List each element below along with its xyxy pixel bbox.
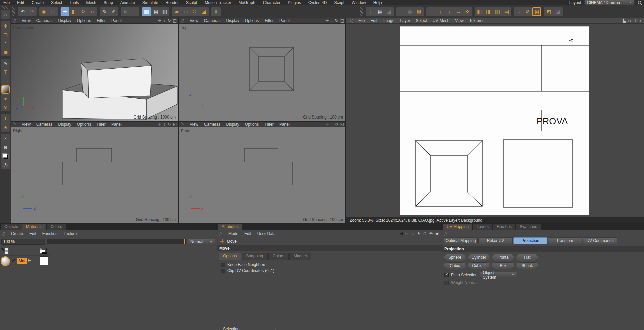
viewport-right[interactable]: ViewCamerasDisplayOptionsFilterPanel ✛↕↻… xyxy=(11,122,178,223)
menu-item[interactable]: Simulate xyxy=(142,0,158,5)
viewport-menu-item[interactable]: Display xyxy=(226,122,239,127)
uv-dots-icon[interactable]: ∷ xyxy=(397,7,405,16)
undo-icon[interactable]: ↶ xyxy=(18,7,27,16)
layer-brush-icon[interactable] xyxy=(1,247,10,256)
viewport-menu-item[interactable]: View xyxy=(190,18,198,23)
panel-tab[interactable]: Attributes xyxy=(218,224,242,230)
panel-tab[interactable]: UV Mapping xyxy=(443,224,472,230)
uv-fit-height-icon[interactable]: ↕ xyxy=(445,7,454,16)
uv-point-mode-icon[interactable]: ▦ xyxy=(151,7,160,16)
coord-system-dropdown[interactable]: Object System xyxy=(480,272,517,278)
tool-tab[interactable]: Snapping xyxy=(242,253,268,260)
texture-menu-item[interactable]: Textures xyxy=(469,18,484,23)
uv-pin-icon[interactable]: ◩ xyxy=(544,7,553,16)
point-mode-icon[interactable]: ∷ xyxy=(190,7,199,16)
drag-handle[interactable] xyxy=(219,232,222,236)
viewport-menu-item[interactable]: Filter xyxy=(265,18,274,23)
pan-icon[interactable]: ✛ xyxy=(158,122,162,127)
color-swatches-icon[interactable] xyxy=(1,152,10,160)
drag-handle[interactable] xyxy=(181,122,184,126)
dolly-icon[interactable]: ↕ xyxy=(331,18,333,23)
eyedropper-icon[interactable]: ∕ xyxy=(1,134,10,143)
drag-handle[interactable] xyxy=(2,232,5,236)
uv-expand-icon[interactable]: ↔ xyxy=(454,7,463,16)
drag-handle[interactable] xyxy=(13,122,16,126)
pan-icon[interactable]: ✛ xyxy=(326,18,329,23)
viewport-menu-item[interactable]: Display xyxy=(58,122,71,127)
uv-mode-button[interactable]: Optimal Mapping xyxy=(444,237,478,244)
dolly-icon[interactable]: ↕ xyxy=(331,122,333,127)
drag-handle[interactable] xyxy=(444,232,447,236)
new-panel-icon[interactable]: ⊞ xyxy=(435,231,439,236)
attributes-menu-item[interactable]: User Data xyxy=(257,231,276,236)
pan-icon[interactable]: ✛ xyxy=(158,18,162,23)
uv-align-down-icon[interactable]: ↓ xyxy=(436,7,445,16)
panel-tab[interactable]: Layers xyxy=(473,224,492,230)
orbit-icon[interactable]: ↻ xyxy=(335,122,338,127)
texture-mode-icon[interactable]: ⌗ xyxy=(212,7,220,16)
blur-drop-icon[interactable]: ● xyxy=(1,94,10,102)
edge-mode-icon[interactable]: ▱ xyxy=(181,7,190,16)
texture-menu-item[interactable]: Select xyxy=(416,18,427,23)
orbit-icon[interactable]: ↻ xyxy=(335,18,338,23)
menu-item[interactable]: Create xyxy=(32,0,44,5)
viewport-menu-item[interactable]: Panel xyxy=(111,122,122,127)
viewport-menu-item[interactable]: Filter xyxy=(265,122,274,127)
toolbar-drag-handle[interactable] xyxy=(360,7,363,16)
move-layer-icon[interactable]: ✚ xyxy=(1,21,10,30)
material-name[interactable]: Mat xyxy=(17,258,27,264)
menu-item[interactable]: Edit xyxy=(17,0,24,5)
histogram-icon[interactable]: ▙ xyxy=(623,19,626,23)
section-header[interactable]: Move xyxy=(217,245,442,251)
materials-menu-item[interactable]: Texture xyxy=(64,231,77,236)
menu-item[interactable]: Animate xyxy=(120,0,135,5)
drag-handle[interactable] xyxy=(181,19,184,23)
uv-columns-icon[interactable]: ▥ xyxy=(493,7,502,16)
scale-tool-icon[interactable]: ◧ xyxy=(70,7,78,16)
viewport-menu-item[interactable]: Options xyxy=(245,18,259,23)
uv-rows-icon[interactable]: ▤ xyxy=(502,7,511,16)
panel-tab[interactable]: Materials xyxy=(22,224,46,230)
viewport-perspective[interactable]: ViewCamerasDisplayOptionsFilterPanel ✛↕↻… xyxy=(11,18,178,121)
menu-item[interactable]: Help xyxy=(373,0,382,5)
section-header[interactable]: Projection xyxy=(442,246,644,252)
menu-item[interactable]: Plugins xyxy=(288,0,301,5)
viewport-menu-item[interactable]: Display xyxy=(58,18,71,23)
attributes-menu-item[interactable]: Edit xyxy=(244,231,251,236)
scale-icon[interactable]: ↕ xyxy=(639,19,641,23)
model-mode-icon[interactable]: ◪ xyxy=(199,7,208,16)
tool-tab[interactable]: Colors xyxy=(268,253,289,260)
uv-release-icon[interactable]: ◪ xyxy=(385,7,393,16)
zoom-tool-icon[interactable]: ⊕ xyxy=(1,143,10,151)
text-tool-icon[interactable]: T xyxy=(1,114,10,123)
menu-item[interactable]: Window xyxy=(352,0,366,5)
blend-mode-dropdown[interactable]: Normal xyxy=(188,239,215,245)
viewport-menu-item[interactable]: View xyxy=(22,18,31,23)
dolly-icon[interactable]: ↕ xyxy=(164,122,166,127)
crop-frame-icon[interactable]: ▣ xyxy=(1,48,10,56)
live-selection-icon[interactable]: ◉ xyxy=(40,7,48,16)
panel-tab[interactable]: Brushes xyxy=(493,224,515,230)
projection-button[interactable]: Frontal xyxy=(492,254,514,261)
texture-menu-item[interactable]: Image xyxy=(383,18,394,23)
stepper-icon[interactable]: ▲▼ xyxy=(41,240,43,243)
menu-item[interactable]: Character xyxy=(263,0,281,5)
uv-apply-icon[interactable]: ↓ xyxy=(366,7,375,16)
history-back-icon[interactable]: ◀ xyxy=(400,231,403,236)
search-icon[interactable] xyxy=(638,0,642,6)
drag-handle[interactable] xyxy=(13,19,16,23)
uv-mode-button[interactable]: Relax UV xyxy=(478,237,513,244)
pan-icon[interactable]: ✛ xyxy=(634,19,637,23)
layout-dropdown[interactable]: CINEMA 4D menu xyxy=(584,0,635,5)
texture-menu-item[interactable]: File xyxy=(358,18,365,23)
uv-align-up-icon[interactable]: ↑ xyxy=(427,7,435,16)
uv-mirror-h-icon[interactable]: ◧ xyxy=(475,7,484,16)
option-checkbox[interactable]: Keep Face Neighbors xyxy=(221,262,442,267)
toggle-view-icon[interactable]: ◱ xyxy=(340,122,344,127)
projection-button[interactable]: Flat xyxy=(516,254,538,261)
viewport-menu-item[interactable]: Cameras xyxy=(36,18,53,23)
lock-icon[interactable]: ⊓ xyxy=(628,19,631,23)
option-checkbox[interactable]: Clip UV Coordinates (0..1) xyxy=(221,268,442,273)
viewport-menu-item[interactable]: Cameras xyxy=(204,122,221,127)
texture-canvas[interactable]: PROVA xyxy=(400,26,589,215)
